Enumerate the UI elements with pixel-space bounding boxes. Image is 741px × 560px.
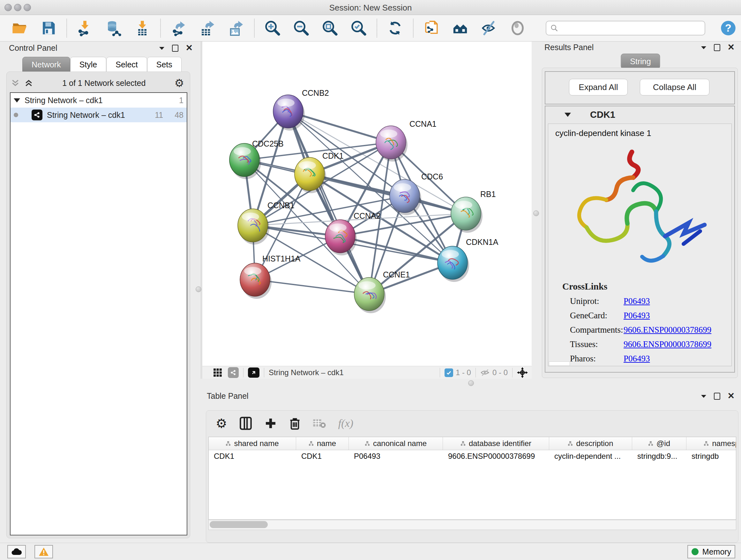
- column-header[interactable]: namespace: [686, 437, 736, 450]
- network-view-mode-icon[interactable]: [228, 367, 239, 378]
- table-row[interactable]: CDK1CDK1P064939606.ENSP00000378699cyclin…: [209, 450, 736, 463]
- right-splitter[interactable]: [532, 42, 540, 379]
- gene-section-header[interactable]: CDK1: [545, 106, 734, 123]
- tab-style[interactable]: Style: [70, 57, 107, 72]
- close-panel-icon[interactable]: ✕: [727, 392, 735, 400]
- birds-eye-icon[interactable]: [248, 368, 259, 378]
- import-table-file-icon[interactable]: [133, 19, 151, 37]
- network-node-ccna2[interactable]: CCNA2: [325, 211, 381, 255]
- zoom-fit-icon[interactable]: [321, 19, 339, 37]
- tab-string[interactable]: String: [621, 54, 660, 69]
- crosslink-link[interactable]: P06493: [623, 311, 650, 320]
- table-cell[interactable]: CDK1: [209, 450, 296, 463]
- crosslink-link[interactable]: 9606.ENSP00000378699: [623, 339, 711, 349]
- table-cell[interactable]: stringdb: [686, 450, 736, 463]
- float-panel-icon[interactable]: [158, 46, 165, 51]
- search-field[interactable]: [558, 22, 704, 35]
- export-image-icon[interactable]: [227, 19, 245, 37]
- expand-all-button[interactable]: Expand All: [569, 79, 628, 96]
- collapse-collection-icon[interactable]: [14, 98, 20, 103]
- hide-graphics-details-icon[interactable]: [480, 19, 498, 37]
- gear-icon[interactable]: ⚙: [175, 77, 184, 89]
- collapse-all-icon[interactable]: [10, 78, 20, 88]
- close-panel-icon[interactable]: ✕: [185, 44, 193, 52]
- column-header[interactable]: database identifier: [443, 437, 549, 450]
- network-node-ccna1[interactable]: CCNA1: [376, 119, 436, 162]
- eye-icon[interactable]: [509, 19, 527, 37]
- zoom-out-icon[interactable]: [292, 19, 310, 37]
- collapse-all-button[interactable]: Collapse All: [640, 79, 710, 96]
- network-view[interactable]: CCNB2CCNA1CDC25BCDK1CDC6RB1CCNB1CCNA2CDK…: [202, 42, 532, 366]
- pan-crosshair-icon[interactable]: [517, 367, 528, 378]
- crosslink-link[interactable]: P06493: [623, 296, 650, 306]
- network-node-cdkn1a[interactable]: CDKN1A: [437, 238, 498, 282]
- protein-structure-image: [561, 141, 711, 278]
- network-node-cdc6[interactable]: CDC6: [390, 172, 443, 215]
- tab-network[interactable]: Network: [22, 57, 70, 72]
- memory-button[interactable]: Memory: [687, 545, 735, 558]
- column-header-label: database identifier: [469, 439, 531, 448]
- network-graph[interactable]: CCNB2CCNA1CDC25BCDK1CDC6RB1CCNB1CCNA2CDK…: [202, 42, 532, 366]
- column-header[interactable]: canonical name: [349, 437, 443, 450]
- table-cell[interactable]: CDK1: [296, 450, 349, 463]
- network-edge[interactable]: [255, 280, 369, 294]
- table-settings-gear-icon[interactable]: ⚙: [216, 416, 227, 431]
- zoom-selected-icon[interactable]: [350, 19, 367, 37]
- right-splitter-handle[interactable]: [533, 210, 539, 216]
- node-label-ccnb2: CCNB2: [302, 88, 329, 98]
- import-network-database-icon[interactable]: [105, 19, 123, 37]
- column-header[interactable]: name: [296, 437, 349, 450]
- table-scrollbar-thumb[interactable]: [210, 521, 268, 528]
- export-network-icon[interactable]: [170, 19, 188, 37]
- network-collection-row[interactable]: String Network – cdk1 1: [10, 93, 187, 108]
- search-input[interactable]: [546, 21, 705, 36]
- left-splitter-handle[interactable]: [196, 287, 201, 292]
- column-header[interactable]: @id: [632, 437, 686, 450]
- table-cell[interactable]: stringdb:9...: [632, 450, 686, 463]
- table-cell[interactable]: P06493: [349, 450, 443, 463]
- annotations-icon[interactable]: [422, 19, 441, 37]
- column-header[interactable]: description: [549, 437, 632, 450]
- maximize-panel-icon[interactable]: [172, 45, 179, 52]
- grid-view-icon[interactable]: [213, 368, 222, 377]
- table-cell[interactable]: 9606.ENSP00000378699: [443, 450, 549, 463]
- float-panel-icon[interactable]: [700, 394, 707, 398]
- column-header[interactable]: shared name: [209, 437, 296, 450]
- create-column-plus-icon[interactable]: [264, 417, 277, 430]
- horizontal-splitter-handle[interactable]: [468, 380, 474, 386]
- network-node-cdc25b[interactable]: CDC25B: [229, 139, 284, 179]
- crosslink-link[interactable]: P06493: [623, 354, 650, 364]
- import-network-file-icon[interactable]: [76, 19, 94, 37]
- network-node-cdk1[interactable]: CDK1: [294, 151, 344, 193]
- tab-select[interactable]: Select: [106, 57, 147, 72]
- refresh-icon[interactable]: [386, 19, 404, 37]
- network-node-ccnb2[interactable]: CCNB2: [273, 88, 329, 131]
- close-panel-icon[interactable]: ✕: [727, 43, 735, 52]
- warning-button[interactable]: [35, 545, 53, 558]
- network-node-ccnb1[interactable]: CCNB1: [238, 201, 294, 245]
- help-icon[interactable]: ?: [719, 19, 737, 37]
- expand-all-icon[interactable]: [24, 78, 33, 88]
- results-scrollbar[interactable]: [549, 361, 570, 366]
- table-horizontal-scrollbar[interactable]: [208, 520, 736, 530]
- cloud-button[interactable]: [7, 545, 26, 558]
- collapse-gene-icon[interactable]: [564, 113, 571, 117]
- float-panel-icon[interactable]: [700, 45, 707, 50]
- network-node-ccne1[interactable]: CCNE1: [354, 270, 410, 313]
- table-cell[interactable]: cyclin-dependent ...: [549, 450, 632, 463]
- delete-trash-icon[interactable]: [289, 417, 300, 430]
- crosslink-link[interactable]: 9606.ENSP00000378699: [623, 325, 711, 335]
- show-all-networks-icon[interactable]: [451, 19, 469, 37]
- maximize-panel-icon[interactable]: [714, 393, 720, 400]
- maximize-panel-icon[interactable]: [714, 44, 720, 51]
- open-session-icon[interactable]: [11, 19, 29, 37]
- network-node-rb1[interactable]: RB1: [451, 190, 496, 233]
- export-table-icon[interactable]: [199, 19, 216, 37]
- save-session-icon[interactable]: [40, 19, 57, 37]
- show-columns-icon[interactable]: [239, 416, 252, 430]
- selected-checkbox-icon[interactable]: [445, 368, 453, 377]
- network-row[interactable]: String Network – cdk1 11 48: [10, 108, 187, 122]
- zoom-in-icon[interactable]: [264, 19, 281, 37]
- network-node-hist1h1a[interactable]: HIST1H1A: [240, 254, 300, 299]
- tab-sets[interactable]: Sets: [147, 57, 182, 72]
